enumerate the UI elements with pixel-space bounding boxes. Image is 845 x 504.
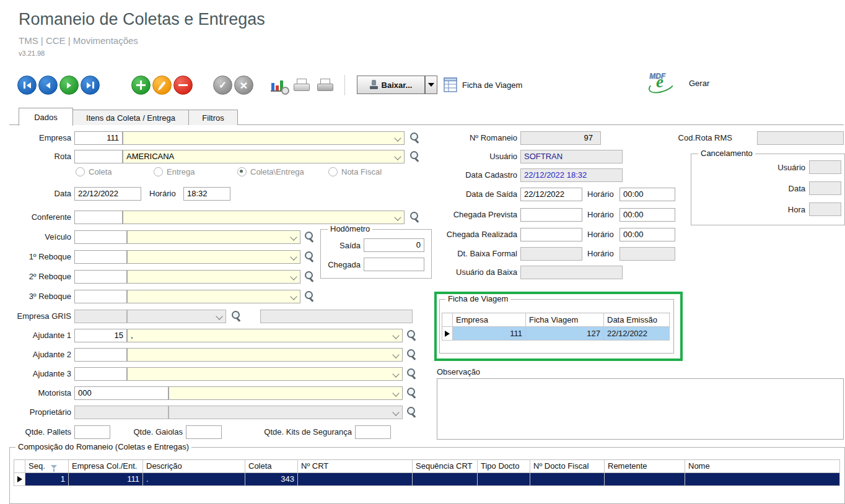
chegada-realizada-horario-label: Horário — [587, 228, 614, 241]
nav-last-button[interactable] — [81, 76, 100, 95]
row-selector-cell — [442, 327, 453, 341]
cancel-button[interactable] — [234, 76, 253, 95]
ajudante2-code-field[interactable] — [74, 348, 127, 362]
comp-col-seq[interactable]: Seq. — [25, 460, 69, 473]
ajudante2-search-icon[interactable] — [406, 349, 418, 361]
qtde-kits-field[interactable] — [355, 425, 391, 439]
reboque1-combo[interactable] — [127, 250, 300, 264]
motorista-search-icon[interactable] — [406, 387, 418, 399]
nav-prev-button[interactable] — [38, 76, 58, 95]
horario-field[interactable]: 18:32 — [183, 187, 230, 201]
gerar-label: Gerar — [689, 79, 709, 88]
nav-first-button[interactable] — [17, 76, 37, 95]
rota-name-combo[interactable]: AMERICANA — [123, 150, 405, 163]
comp-col-ncrt[interactable]: Nº CRT — [298, 460, 413, 473]
comp-cell-ndocto-fiscal — [530, 473, 605, 486]
comp-col-ndocto-fiscal[interactable]: Nº Docto Fiscal — [530, 460, 605, 473]
confirm-button[interactable] — [213, 76, 232, 95]
reboque2-search-icon[interactable] — [304, 271, 316, 283]
comp-col-sequencia-crt[interactable]: Sequência CRT — [413, 460, 478, 473]
comp-col-coleta[interactable]: Coleta — [245, 460, 298, 473]
radio-nota-fiscal[interactable]: Nota Fiscal — [328, 167, 382, 176]
veiculo-code-field[interactable] — [74, 230, 127, 244]
data-saida-field[interactable]: 22/12/2022 — [520, 188, 582, 201]
veiculo-search-icon[interactable] — [304, 231, 316, 243]
motorista-code-field[interactable]: 000 — [74, 386, 169, 400]
radio-entrega[interactable]: Entrega — [154, 167, 195, 176]
rota-search-icon[interactable] — [409, 150, 421, 163]
ajudante3-code-field[interactable] — [74, 367, 127, 381]
conferente-search-icon[interactable] — [409, 211, 421, 224]
chegada-prevista-horario-field[interactable]: 00:00 — [620, 208, 675, 222]
empresa-search-icon[interactable] — [409, 132, 421, 144]
comp-cell-nome — [685, 473, 840, 486]
rota-code-field[interactable] — [74, 150, 123, 163]
reboque3-combo[interactable] — [127, 290, 300, 303]
ajudante2-combo[interactable] — [127, 348, 403, 362]
qtde-gaiolas-field[interactable] — [186, 425, 222, 439]
empresa-code-field[interactable]: 111 — [74, 131, 123, 145]
proprietario-search-icon[interactable] — [406, 406, 418, 419]
chevron-down-icon — [394, 214, 401, 220]
tab-itens-coleta-entrega[interactable]: Itens da Coleta / Entrega — [72, 110, 190, 125]
chart-button[interactable] — [270, 77, 289, 94]
chegada-prevista-field[interactable] — [520, 208, 582, 222]
table-icon — [444, 77, 457, 92]
ajudante1-combo[interactable]: , — [127, 329, 403, 342]
reboque2-code-field[interactable] — [74, 270, 127, 284]
ficha-viagem-table-row[interactable]: 111 127 22/12/2022 — [442, 327, 670, 341]
hodometro-saida-field[interactable]: 0 — [364, 238, 424, 252]
comp-col-empresa[interactable]: Empresa Col./Ent. — [69, 460, 143, 473]
chegada-realizada-field[interactable] — [520, 228, 582, 241]
conferente-name-combo[interactable] — [123, 211, 405, 224]
radio-circle-icon — [154, 167, 163, 176]
comp-col-descricao[interactable]: Descrição — [143, 460, 245, 473]
hodometro-chegada-field[interactable] — [364, 258, 424, 271]
filter-icon[interactable] — [51, 465, 57, 469]
empresa-gris-search-icon[interactable] — [230, 310, 243, 323]
nav-next-button[interactable] — [59, 76, 79, 95]
ajudante1-search-icon[interactable] — [406, 329, 418, 342]
baixar-dropdown-button[interactable] — [425, 76, 437, 94]
tab-filtros[interactable]: Filtros — [188, 110, 238, 125]
ajudante3-search-icon[interactable] — [406, 368, 418, 380]
comp-col-tipo-docto[interactable]: Tipo Docto — [478, 460, 530, 473]
comp-cell-coleta: 343 — [245, 473, 298, 486]
rota-label: Rota — [6, 150, 71, 163]
tab-dados[interactable]: Dados — [19, 108, 73, 126]
radio-coleta[interactable]: Coleta — [76, 167, 112, 176]
data-saida-horario-field[interactable]: 00:00 — [620, 188, 675, 201]
delete-record-button[interactable] — [173, 76, 193, 95]
ajudante1-code-field[interactable]: 15 — [74, 329, 127, 342]
edit-record-button[interactable] — [152, 76, 172, 95]
reboque3-search-icon[interactable] — [304, 290, 316, 303]
baixar-button[interactable]: Baixar... — [357, 76, 425, 94]
comp-col-remetente[interactable]: Remetente — [605, 460, 685, 473]
comp-col-nome[interactable]: Nome — [685, 460, 840, 473]
reboque1-code-field[interactable] — [74, 250, 127, 264]
reboque2-combo[interactable] — [127, 270, 300, 284]
cancelamento-data-field — [809, 181, 841, 195]
gerar-mdfe-button[interactable]: MDF e Gerar — [648, 71, 709, 95]
print-settings-icon[interactable] — [316, 79, 333, 93]
observacao-textarea[interactable] — [437, 378, 844, 440]
add-record-button[interactable] — [131, 76, 151, 95]
composicao-table-row[interactable]: 1 111 . 343 — [14, 473, 840, 486]
gear-icon — [281, 87, 289, 95]
motorista-label: Motorista — [6, 386, 71, 400]
motorista-combo[interactable] — [169, 386, 403, 400]
chegada-realizada-horario-field[interactable]: 00:00 — [620, 228, 675, 241]
qtde-pallets-field[interactable] — [74, 425, 110, 439]
empresa-name-combo[interactable] — [123, 131, 405, 145]
print-icon[interactable] — [292, 79, 310, 93]
chegada-prevista-label: Chegada Prevista — [427, 208, 517, 222]
ajudante3-combo[interactable] — [127, 367, 403, 381]
chevron-down-icon — [392, 389, 399, 396]
data-field[interactable]: 22/12/2022 — [74, 187, 141, 201]
ficha-viagem-toolbar-button[interactable]: Ficha de Viagem — [444, 76, 522, 94]
veiculo-combo[interactable] — [127, 230, 300, 244]
conferente-code-field[interactable] — [74, 211, 123, 224]
radio-coleta-entrega[interactable]: Coleta\Entrega — [237, 167, 304, 176]
reboque1-search-icon[interactable] — [304, 251, 316, 263]
reboque3-code-field[interactable] — [74, 290, 127, 303]
